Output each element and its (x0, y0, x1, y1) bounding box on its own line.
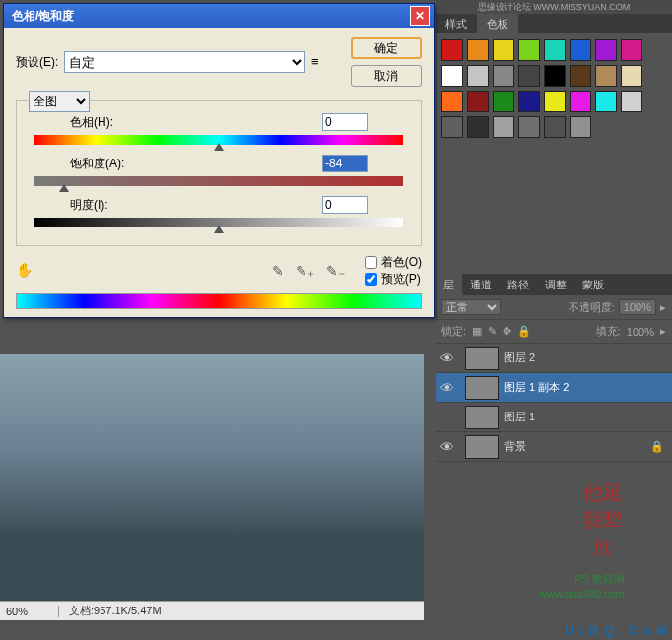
saturation-row: 饱和度(A): (31, 155, 407, 186)
fill-value[interactable]: 100% (627, 326, 654, 338)
ok-button[interactable]: 确定 (351, 37, 422, 59)
spectrum-bar (16, 293, 422, 309)
layer-list: 👁 图层 2 👁 图层 1 副本 2 图层 1 👁 背景 🔒 (436, 344, 672, 462)
swatch[interactable] (518, 39, 540, 61)
tab-swatches[interactable]: 色板 (477, 14, 518, 33)
swatch[interactable] (544, 39, 566, 61)
swatch[interactable] (518, 65, 540, 87)
swatches-panel: 样式 色板 (436, 14, 672, 144)
layer-name: 图层 1 (504, 410, 535, 424)
swatch[interactable] (493, 116, 514, 138)
layer-thumb (465, 406, 499, 429)
blend-row: 正常 不透明度: 100% ▸ (436, 295, 672, 320)
swatch[interactable] (595, 91, 617, 112)
eyedropper-add-icon[interactable]: ✎₊ (294, 263, 316, 279)
hue-saturation-dialog: 色相/饱和度 ✕ 预设(E): 自定 ≡ 确定 取消 全图 色相(H): (3, 3, 435, 318)
opacity-label: 不透明度: (569, 300, 615, 315)
credit-watermark: PS 教程网 www.tata580.com (539, 572, 625, 601)
opacity-arrow-icon[interactable]: ▸ (660, 301, 666, 314)
visibility-icon[interactable]: 👁 (436, 439, 459, 455)
swatch[interactable] (544, 91, 566, 112)
top-watermark: 思缘设计论坛 WWW.MISSYUAN.COM (436, 0, 672, 14)
lock-all-icon[interactable]: 🔒 (517, 325, 531, 338)
lightness-input[interactable] (322, 196, 368, 214)
close-icon[interactable]: ✕ (410, 6, 430, 26)
swatch[interactable] (595, 65, 617, 87)
lightness-label: 明度(I): (70, 197, 322, 214)
swatch[interactable] (621, 91, 642, 112)
status-bar: 60% 文档:957.1K/5.47M (0, 601, 424, 620)
swatch[interactable] (518, 116, 540, 138)
swatch[interactable] (570, 91, 591, 112)
visibility-icon[interactable]: 👁 (436, 351, 459, 366)
swatch[interactable] (621, 65, 642, 87)
eyedropper-subtract-icon[interactable]: ✎₋ (324, 263, 347, 279)
layer-tab[interactable]: 路径 (500, 274, 537, 295)
saturation-input[interactable] (322, 155, 368, 172)
swatch[interactable] (441, 91, 463, 112)
saturation-label: 饱和度(A): (70, 156, 322, 172)
swatch[interactable] (595, 39, 617, 61)
layer-row[interactable]: 👁 背景 🔒 (436, 432, 672, 462)
dialog-title: 色相/饱和度 (8, 8, 410, 25)
swatch[interactable] (621, 39, 642, 61)
swatch[interactable] (441, 116, 463, 138)
layer-row[interactable]: 👁 图层 1 副本 2 (436, 373, 672, 403)
lock-transparent-icon[interactable]: ▦ (472, 325, 482, 338)
swatch[interactable] (441, 39, 463, 61)
layer-row[interactable]: 👁 图层 2 (436, 344, 672, 373)
preset-menu-icon[interactable]: ≡ (311, 54, 327, 70)
swatch-tabs: 样式 色板 (436, 14, 672, 33)
swatch[interactable] (441, 65, 463, 87)
dialog-titlebar[interactable]: 色相/饱和度 ✕ (4, 4, 434, 28)
visibility-icon[interactable]: 👁 (436, 380, 459, 396)
opacity-value[interactable]: 100% (619, 299, 656, 315)
swatch[interactable] (467, 39, 489, 61)
lock-move-icon[interactable]: ✥ (503, 325, 511, 338)
swatch[interactable] (493, 65, 514, 87)
blend-mode-select[interactable]: 正常 (441, 299, 501, 315)
layer-name: 背景 (504, 439, 526, 454)
layer-row[interactable]: 图层 1 (436, 403, 672, 432)
layer-tab[interactable]: 通道 (462, 274, 500, 295)
swatch[interactable] (570, 116, 591, 138)
tab-styles[interactable]: 样式 (436, 14, 477, 33)
swatch[interactable] (570, 39, 591, 61)
hue-input[interactable] (322, 113, 368, 131)
swatch[interactable] (493, 91, 514, 112)
swatch[interactable] (570, 65, 591, 87)
layer-tab[interactable]: 调整 (537, 274, 574, 295)
doc-info: 文档:957.1K/5.47M (59, 604, 162, 618)
layer-tab[interactable]: 蒙版 (574, 274, 612, 295)
zoom-field[interactable]: 60% (0, 606, 59, 617)
document-image (0, 354, 424, 601)
layer-thumb (465, 347, 499, 370)
hue-slider[interactable] (34, 135, 403, 145)
hand-icon[interactable]: ✋ (16, 262, 37, 280)
swatch[interactable] (518, 91, 540, 112)
preview-checkbox[interactable]: 预览(P) (365, 271, 422, 288)
preset-select[interactable]: 自定 (64, 51, 305, 73)
saturation-slider[interactable] (34, 176, 403, 186)
stamp-watermark: 他延我犂欣 (583, 479, 623, 561)
canvas[interactable] (0, 354, 424, 601)
layer-thumb (465, 435, 499, 459)
colorize-checkbox[interactable]: 着色(O) (365, 254, 422, 271)
lock-brush-icon[interactable]: ✎ (488, 325, 497, 338)
swatch[interactable] (493, 39, 514, 61)
swatch[interactable] (544, 65, 566, 87)
channel-select[interactable]: 全图 (29, 91, 90, 112)
eyedropper-icon[interactable]: ✎ (270, 263, 286, 279)
hue-label: 色相(H): (70, 114, 322, 131)
cancel-button[interactable]: 取消 (351, 65, 422, 87)
swatch[interactable] (467, 116, 489, 138)
swatch[interactable] (467, 91, 489, 112)
lock-row: 锁定: ▦ ✎ ✥ 🔒 填充: 100% ▸ (436, 320, 672, 344)
swatch[interactable] (544, 116, 566, 138)
fill-arrow-icon[interactable]: ▸ (660, 325, 666, 338)
lightness-slider[interactable] (34, 218, 403, 227)
layer-tab[interactable]: 层 (436, 274, 462, 295)
swatch[interactable] (467, 65, 489, 87)
slider-group: 全图 色相(H): 饱和度(A): (16, 100, 422, 246)
lightness-row: 明度(I): (31, 196, 407, 227)
